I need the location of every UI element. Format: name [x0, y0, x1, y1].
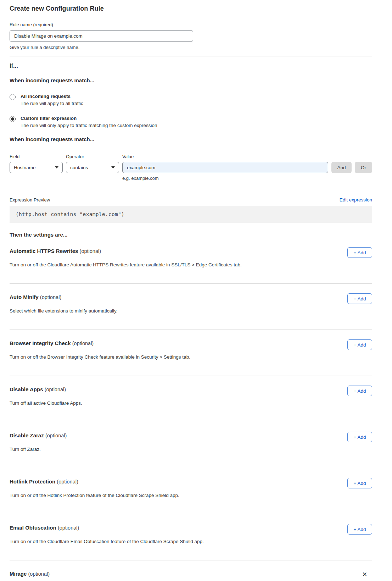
setting-email-obfuscation: Email Obfuscation (optional) + Add Turn …	[10, 514, 372, 560]
optional-tag: (optional)	[28, 571, 50, 577]
create-configuration-rule-page: Create new Configuration Rule Rule name …	[0, 0, 392, 581]
add-button[interactable]: + Add	[347, 339, 372, 350]
setting-mirage-expanded: Mirage (optional) ✕ Turn on or off the C…	[10, 560, 372, 581]
setting-title: Disable Apps (optional)	[10, 386, 66, 392]
value-label: Value	[122, 154, 328, 159]
operator-select-value: contains	[70, 165, 88, 170]
optional-tag: (optional)	[40, 294, 61, 300]
expression-builder-row: Field Operator Value Hostname contains A…	[10, 147, 372, 181]
builder-heading: When incoming requests match...	[10, 136, 372, 142]
optional-tag: (optional)	[45, 433, 67, 438]
setting-hotlink-protection: Hotlink Protection (optional) + Add Turn…	[10, 468, 372, 514]
optional-tag: (optional)	[72, 341, 94, 346]
setting-auto-minify: Auto Minify (optional) + Add Select whic…	[10, 284, 372, 330]
setting-title: Hotlink Protection (optional)	[10, 478, 78, 485]
operator-label: Operator	[66, 154, 119, 159]
setting-description: Turn on or off the Browser Integrity Che…	[10, 354, 314, 360]
setting-description: Turn on or off the Hotlink Protection fe…	[10, 493, 314, 498]
field-select[interactable]: Hostname	[10, 162, 63, 173]
edit-expression-link[interactable]: Edit expression	[340, 197, 372, 203]
setting-automatic-https-rewrites: Automatic HTTPS Rewrites (optional) + Ad…	[10, 238, 372, 284]
setting-description: Turn on or off the Cloudflare Email Obfu…	[10, 539, 314, 544]
add-button[interactable]: + Add	[347, 293, 372, 304]
radio-option-custom-filter[interactable]: Custom filter expression The rule will o…	[10, 116, 372, 128]
radio-description: The rule will only apply to traffic matc…	[21, 123, 157, 128]
chevron-down-icon	[111, 166, 115, 168]
field-label: Field	[10, 154, 63, 159]
rule-name-help: Give your rule a descriptive name.	[10, 45, 372, 50]
radio-unselected-icon[interactable]	[10, 94, 16, 100]
radio-description: The rule will apply to all traffic	[21, 101, 83, 106]
if-heading: If...	[10, 62, 372, 69]
optional-tag: (optional)	[57, 479, 78, 485]
setting-description: Turn off all active Cloudflare Apps.	[10, 400, 314, 406]
setting-title: Auto Minify (optional)	[10, 294, 61, 300]
expression-preview-box: (http.host contains "example.com")	[10, 206, 372, 223]
setting-description: Turn off Zaraz.	[10, 447, 314, 452]
add-button[interactable]: + Add	[347, 478, 372, 488]
setting-title: Disable Zaraz (optional)	[10, 432, 67, 438]
settings-list: Automatic HTTPS Rewrites (optional) + Ad…	[10, 238, 372, 581]
radio-label: All incoming requests	[21, 94, 83, 99]
setting-disable-apps: Disable Apps (optional) + Add Turn off a…	[10, 376, 372, 422]
match-heading: When incoming requests match...	[10, 77, 372, 83]
setting-title: Email Obfuscation (optional)	[10, 525, 79, 531]
radio-selected-icon[interactable]	[10, 116, 16, 122]
add-button[interactable]: + Add	[347, 432, 372, 442]
section-divider	[10, 56, 372, 56]
then-settings-heading: Then the settings are...	[10, 232, 372, 238]
field-select-value: Hostname	[14, 165, 36, 170]
operator-select[interactable]: contains	[66, 162, 119, 173]
add-button[interactable]: + Add	[347, 386, 372, 396]
or-button[interactable]: Or	[355, 162, 372, 173]
setting-browser-integrity-check: Browser Integrity Check (optional) + Add…	[10, 330, 372, 376]
expression-preview-header: Expression Preview Edit expression	[10, 197, 372, 203]
rule-name-input[interactable]	[10, 30, 193, 42]
setting-title: Browser Integrity Check (optional)	[10, 340, 94, 346]
rule-name-label: Rule name (required)	[10, 22, 372, 27]
expression-preview-label: Expression Preview	[10, 197, 50, 203]
and-button[interactable]: And	[331, 162, 352, 173]
close-icon[interactable]: ✕	[362, 571, 367, 577]
optional-tag: (optional)	[58, 525, 79, 531]
page-title: Create new Configuration Rule	[10, 5, 372, 12]
setting-description: Select which file extensions to minify a…	[10, 308, 314, 314]
setting-title: Mirage (optional)	[10, 571, 50, 577]
expression-code: (http.host contains "example.com")	[16, 211, 124, 217]
radio-label: Custom filter expression	[21, 116, 157, 121]
value-input[interactable]	[122, 162, 328, 173]
optional-tag: (optional)	[80, 248, 101, 254]
setting-description: Turn on or off the Cloudflare Automatic …	[10, 262, 314, 267]
setting-disable-zaraz: Disable Zaraz (optional) + Add Turn off …	[10, 422, 372, 468]
setting-title: Automatic HTTPS Rewrites (optional)	[10, 248, 101, 254]
chevron-down-icon	[55, 166, 58, 168]
radio-option-all-requests[interactable]: All incoming requests The rule will appl…	[10, 94, 372, 106]
optional-tag: (optional)	[45, 387, 66, 392]
value-help: e.g. example.com	[122, 176, 328, 181]
add-button[interactable]: + Add	[347, 247, 372, 258]
add-button[interactable]: + Add	[347, 524, 372, 535]
